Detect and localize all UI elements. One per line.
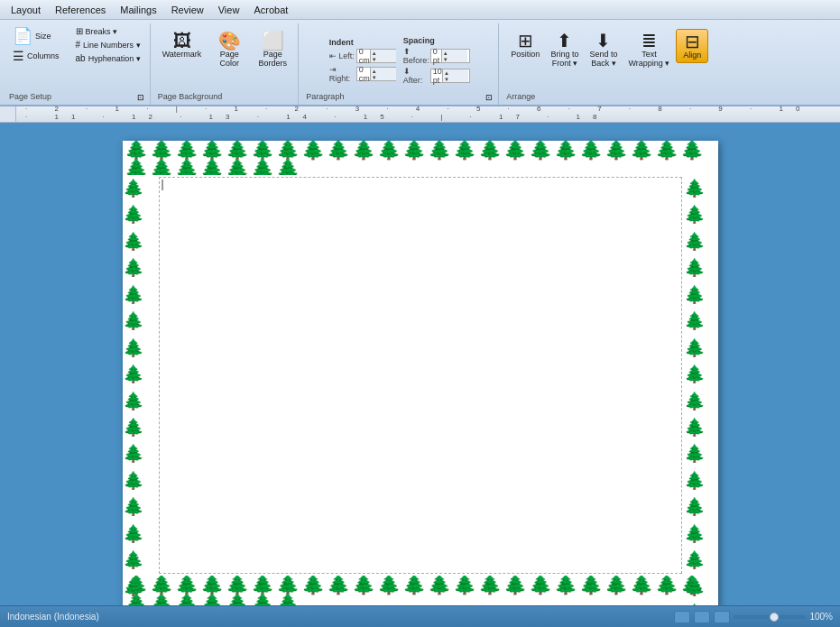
indent-right-up[interactable]: ▲ — [371, 68, 396, 74]
menu-view[interactable]: View — [211, 3, 247, 17]
border-bottom: 🌲🌲🌲🌲🌲🌲🌲🌲🌲🌲🌲🌲🌲🌲🌲🌲🌲🌲🌲🌲🌲🌲🌲🌲🌲🌲🌲🌲🌲🌲 — [123, 576, 718, 605]
menu-references[interactable]: References — [48, 3, 113, 17]
indent-left-input[interactable]: 0 cm ▲ ▼ — [356, 49, 396, 63]
before-label: ⬆ Before: — [403, 47, 429, 65]
btn-watermark[interactable]: 🖼 Watermark — [158, 29, 207, 61]
ruler-area: · 2 · 1 · | · 1 · 2 · 3 · 4 · 5 · 6 · 7 … — [0, 106, 840, 123]
ribbon: 📄 Size ☰ Columns ⊞ Breaks ▾ # L — [0, 20, 840, 106]
spacing-before-down[interactable]: ▼ — [442, 56, 467, 62]
btn-hyphenation[interactable]: ab Hyphenation ▾ — [72, 52, 144, 64]
spacing-before-up[interactable]: ▲ — [442, 50, 467, 56]
menu-acrobat[interactable]: Acrobat — [246, 3, 295, 17]
view-btn-print[interactable] — [674, 611, 690, 623]
spacing-after-up[interactable]: ▲ — [443, 69, 468, 76]
ruler-horizontal: · 2 · 1 · | · 1 · 2 · 3 · 4 · 5 · 6 · 7 … — [16, 106, 840, 123]
page-setup-expand[interactable]: ⊡ — [137, 93, 144, 102]
after-label: ⬇ After: — [403, 67, 429, 85]
group-label-page-background: Page Background — [158, 92, 223, 103]
document-area: 🌲🌲🌲🌲🌲🌲🌲🌲🌲🌲🌲🌲🌲🌲🌲🌲🌲🌲🌲🌲🌲🌲🌲🌲🌲🌲🌲🌲🌲🌲 🌲🌲🌲🌲🌲🌲🌲🌲🌲… — [0, 123, 840, 605]
btn-columns[interactable]: ☰ Columns — [9, 48, 63, 64]
btn-line-numbers[interactable]: # Line Numbers ▾ — [72, 39, 144, 51]
page-content[interactable]: | — [159, 177, 682, 574]
ribbon-group-page-setup: 📄 Size ☰ Columns ⊞ Breaks ▾ # L — [4, 23, 151, 105]
view-btn-fullread[interactable] — [694, 611, 710, 623]
btn-size[interactable]: 📄 Size — [9, 25, 63, 47]
spacing-after-input[interactable]: 10 pt ▲ ▼ — [430, 69, 470, 83]
indent-left-up[interactable]: ▲ — [371, 50, 396, 56]
paragraph-expand[interactable]: ⊡ — [485, 93, 493, 102]
menubar: Layout References Mailings Review View A… — [0, 0, 840, 20]
indent-right-down[interactable]: ▼ — [371, 74, 396, 80]
language-indicator: Indonesian (Indonesia) — [7, 612, 99, 622]
spacing-label: Spacing — [403, 36, 470, 45]
btn-send-to-back[interactable]: ⬇ Send toBack ▾ — [585, 29, 622, 70]
menu-layout[interactable]: Layout — [4, 3, 48, 17]
statusbar: Indonesian (Indonesia) 100% — [0, 605, 840, 627]
group-label-arrange: Arrange — [506, 92, 535, 103]
ribbon-group-page-background: 🖼 Watermark 🎨 PageColor ⬜ PageBorders Pa… — [152, 23, 300, 105]
left-label: ⇤ Left: — [329, 51, 355, 60]
indent-label: Indent — [329, 38, 396, 47]
spacing-before-input[interactable]: 0 pt ▲ ▼ — [430, 49, 470, 63]
btn-bring-to-front[interactable]: ⬆ Bring toFront ▾ — [546, 29, 583, 70]
menu-review[interactable]: Review — [164, 3, 211, 17]
border-top: 🌲🌲🌲🌲🌲🌲🌲🌲🌲🌲🌲🌲🌲🌲🌲🌲🌲🌲🌲🌲🌲🌲🌲🌲🌲🌲🌲🌲🌲🌲 — [123, 141, 718, 175]
btn-page-borders[interactable]: ⬜ PageBorders — [253, 29, 292, 70]
zoom-handle[interactable] — [770, 613, 779, 622]
menu-mailings[interactable]: Mailings — [113, 3, 163, 17]
ruler-corner — [0, 106, 16, 123]
border-right: 🌲🌲🌲🌲🌲🌲🌲🌲🌲🌲🌲🌲🌲🌲🌲🌲🌲🌲🌲🌲🌲🌲 — [684, 141, 718, 605]
btn-align[interactable]: ⊟ Align — [676, 29, 708, 63]
page[interactable]: 🌲🌲🌲🌲🌲🌲🌲🌲🌲🌲🌲🌲🌲🌲🌲🌲🌲🌲🌲🌲🌲🌲🌲🌲🌲🌲🌲🌲🌲🌲 🌲🌲🌲🌲🌲🌲🌲🌲🌲… — [123, 141, 718, 605]
zoom-slider[interactable] — [734, 615, 806, 619]
ribbon-group-arrange: ⊞ Position ⬆ Bring toFront ▾ ⬇ Send toBa… — [501, 23, 714, 105]
zoom-level: 100% — [809, 612, 833, 622]
btn-position[interactable]: ⊞ Position — [506, 29, 544, 61]
indent-left-down[interactable]: ▼ — [371, 56, 396, 62]
btn-page-color[interactable]: 🎨 PageColor — [209, 29, 249, 70]
btn-text-wrapping[interactable]: ≣ TextWrapping ▾ — [623, 29, 674, 70]
group-label-paragraph: Paragraph — [306, 92, 344, 103]
view-btn-web[interactable] — [714, 611, 730, 623]
cursor: | — [160, 176, 166, 192]
border-left: 🌲🌲🌲🌲🌲🌲🌲🌲🌲🌲🌲🌲🌲🌲🌲🌲🌲🌲🌲🌲🌲🌲 — [123, 141, 157, 605]
group-label-page-setup: Page Setup — [9, 92, 51, 103]
right-label: ⇥ Right: — [329, 65, 355, 83]
ribbon-group-paragraph: Indent ⇤ Left: 0 cm ▲ ▼ ⇥ Right: 0 cm — [300, 23, 499, 105]
spacing-after-down[interactable]: ▼ — [443, 76, 468, 82]
btn-breaks[interactable]: ⊞ Breaks ▾ — [72, 25, 144, 37]
indent-right-input[interactable]: 0 cm ▲ ▼ — [356, 67, 396, 81]
